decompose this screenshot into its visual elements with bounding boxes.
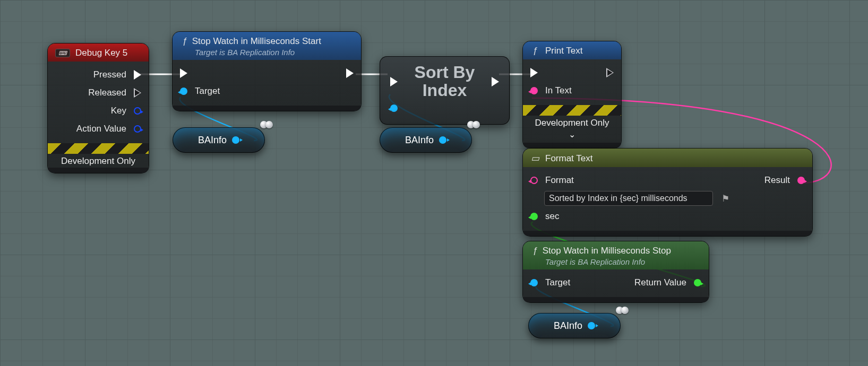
pin-key[interactable]: Key (111, 106, 141, 116)
pin-format[interactable]: Format (530, 175, 574, 186)
dev-stripe (523, 105, 621, 116)
exec-in-icon (180, 68, 187, 78)
exec-out-icon (134, 70, 141, 80)
exec-out-icon (346, 68, 354, 78)
node-title: Debug Key 5 (75, 48, 127, 58)
pin-in-text[interactable]: In Text (530, 85, 572, 96)
data-pin-icon (390, 104, 398, 112)
expand-chevron-icon[interactable]: ⌄ (523, 129, 621, 143)
function-icon: ƒ (530, 246, 540, 256)
variable-bainfo[interactable]: BAInfo (528, 313, 621, 338)
node-stopwatch-stop[interactable]: ƒ Stop Watch in Milliseconds Stop Target… (523, 241, 709, 302)
node-stopwatch-start[interactable]: ƒ Stop Watch in Milliseconds Start Targe… (173, 32, 361, 111)
pin-target[interactable]: Target (180, 86, 220, 97)
exec-in-icon (390, 77, 398, 86)
pin-self[interactable] (390, 104, 398, 112)
node-header: Debug Key 5 (48, 43, 149, 62)
node-title: Format Text (545, 153, 592, 164)
node-header: ▭ Format Text (523, 149, 812, 167)
variable-label: BAInfo (198, 135, 227, 146)
keyboard-icon (55, 49, 70, 57)
pin-action-value[interactable]: Action Value (76, 124, 141, 134)
exec-out-hollow-icon (134, 88, 141, 98)
macro-title-line1: Sort By (415, 64, 475, 82)
data-pin-icon (530, 279, 538, 286)
macro-icon: ▭ (530, 153, 540, 164)
format-input[interactable] (544, 191, 713, 206)
pin-sec[interactable]: sec (530, 211, 559, 222)
pin-exec-in[interactable] (390, 77, 398, 86)
pin-return-value[interactable]: Return Value (634, 277, 701, 288)
macro-title-line2: Index (415, 82, 475, 100)
data-pin-icon (530, 213, 538, 220)
pin-exec-out[interactable] (492, 77, 499, 86)
data-pin-icon (530, 87, 538, 94)
dev-only-label: Development Only (48, 154, 149, 168)
node-format-text[interactable]: ▭ Format Text Format Result ⚑ sec (523, 149, 812, 236)
node-header: ƒ Stop Watch in Milliseconds Stop Target… (523, 241, 709, 269)
node-title: Stop Watch in Milliseconds Start (192, 36, 321, 46)
exec-in-icon (530, 68, 538, 77)
node-subtitle: Target is BA Replication Info (545, 257, 701, 266)
exec-out-icon (492, 77, 499, 86)
variable-label: BAInfo (554, 320, 582, 332)
data-pin-icon (180, 88, 187, 95)
data-pin-icon (530, 177, 538, 184)
node-title: Stop Watch in Milliseconds Stop (543, 246, 671, 256)
pin-target[interactable]: Target (530, 277, 570, 288)
data-pin-icon (232, 136, 239, 144)
data-pin-icon (797, 177, 805, 184)
node-sort-by-index[interactable]: Sort By Index (380, 56, 510, 125)
node-subtitle: Target is BA Replication Info (195, 48, 354, 57)
data-pin-icon (694, 279, 701, 286)
variable-bainfo[interactable]: BAInfo (173, 127, 265, 153)
exec-out-hollow-icon (606, 68, 614, 77)
dev-stripe (48, 143, 149, 154)
pin-exec-out[interactable] (346, 68, 354, 78)
pin-exec-in[interactable] (530, 68, 538, 77)
function-icon: ƒ (530, 46, 540, 56)
data-pin-icon (588, 322, 595, 329)
pin-exec-out[interactable] (606, 68, 614, 77)
node-header: ƒ Print Text (523, 41, 621, 59)
pin-pressed[interactable]: Pressed (93, 69, 141, 80)
pin-released[interactable]: Released (88, 88, 141, 98)
node-header: ƒ Stop Watch in Milliseconds Start Targe… (173, 32, 361, 60)
data-pin-icon (134, 107, 141, 115)
node-title: Print Text (545, 46, 583, 56)
node-debug-key[interactable]: Debug Key 5 Pressed Released Key Action … (48, 43, 149, 173)
pin-result[interactable]: Result (764, 175, 805, 186)
node-print-text[interactable]: ƒ Print Text In Text Development Only ⌄ (523, 41, 621, 148)
pin-exec-in[interactable] (180, 68, 187, 78)
dev-only-label: Development Only (523, 116, 621, 129)
function-icon: ƒ (180, 36, 190, 47)
data-pin-icon (134, 125, 141, 133)
flag-icon[interactable]: ⚑ (721, 193, 729, 204)
variable-bainfo[interactable]: BAInfo (380, 127, 472, 153)
variable-label: BAInfo (405, 135, 434, 146)
data-pin-icon (439, 136, 446, 144)
